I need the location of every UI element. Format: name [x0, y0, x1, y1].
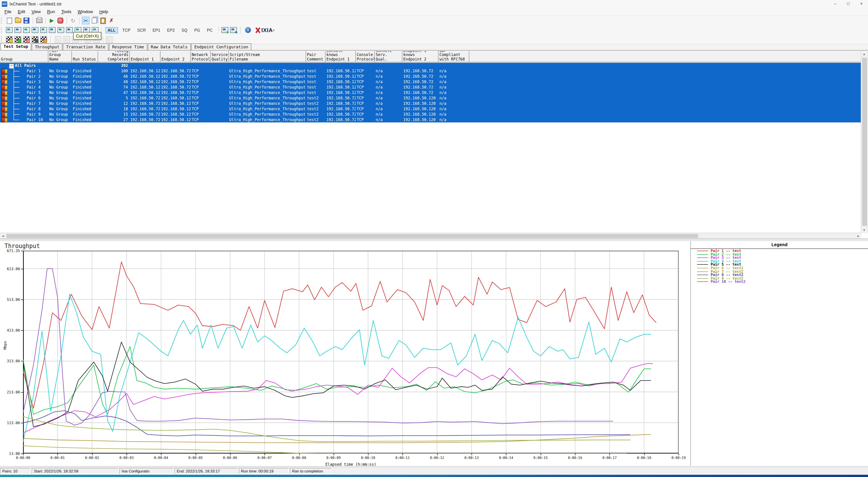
- tab-transaction-rate[interactable]: Transaction Rate: [63, 43, 108, 50]
- new-test-icon[interactable]: [6, 17, 13, 24]
- column-header-6[interactable]: Network Protocol: [191, 51, 211, 62]
- script-editor-icon[interactable]: [66, 27, 73, 33]
- filter-button-all[interactable]: ALL: [105, 27, 118, 33]
- column-header-11[interactable]: Console Protocol: [356, 51, 375, 62]
- table-row[interactable]: Pair 9No GroupFinished15192.168.50.72192…: [0, 111, 861, 117]
- vertical-scroll-thumb[interactable]: [862, 58, 867, 226]
- scroll-right-icon[interactable]: ►: [857, 234, 860, 238]
- export-icon[interactable]: [230, 27, 237, 33]
- cut-icon[interactable]: ✂: [82, 17, 89, 24]
- menu-item-edit[interactable]: Edit: [15, 8, 29, 15]
- column-header-0[interactable]: Group: [0, 51, 49, 62]
- minimize-icon[interactable]: –: [829, 0, 842, 8]
- cell-ep2: 192.168.50.120: [161, 111, 191, 117]
- add-pair-icon[interactable]: [6, 27, 13, 33]
- stop-test-icon[interactable]: [57, 17, 64, 24]
- column-header-10[interactable]: Console knows Endpoint 1: [326, 51, 356, 62]
- collapse-icon[interactable]: −: [9, 64, 14, 69]
- scroll-up-icon[interactable]: ▲: [863, 53, 866, 56]
- tab-endpoint-configuration[interactable]: Endpoint Configuration: [191, 43, 251, 50]
- table-row[interactable]: Pair 7No GroupFinished12192.168.50.72192…: [0, 101, 861, 106]
- flag-results-icon-4[interactable]: [32, 36, 38, 43]
- column-header-12[interactable]: Console Serv. Qual.: [375, 51, 402, 62]
- column-header-1[interactable]: Pair Group Name: [49, 51, 72, 62]
- table-row[interactable]: Pair 2No GroupFinished46192.168.50.12019…: [0, 74, 861, 79]
- flag-results-icon-2[interactable]: [14, 36, 21, 43]
- table-horizontal-scrollbar[interactable]: ◄ ►: [0, 233, 861, 239]
- flag-results-icon-1[interactable]: [6, 36, 13, 43]
- menu-item-help[interactable]: Help: [96, 8, 111, 15]
- table-row[interactable]: Pair 4No GroupFinished74192.168.50.12019…: [0, 84, 861, 90]
- duplicate-pair-icon[interactable]: [32, 27, 38, 33]
- about-icon[interactable]: i: [245, 27, 251, 33]
- filter-button-scr[interactable]: SCR: [135, 27, 148, 33]
- cell-comment: test: [307, 84, 326, 90]
- table-row[interactable]: Pair 3No GroupFinished48192.168.50.12019…: [0, 79, 861, 84]
- legend-item[interactable]: Pair 10 -- test2: [691, 280, 868, 284]
- copy-icon[interactable]: [91, 17, 98, 24]
- menu-item-file[interactable]: File: [1, 8, 15, 15]
- table-row[interactable]: Pair 6No GroupFinished5192.168.50.72192.…: [0, 95, 861, 101]
- group-row[interactable]: −All Pairs392: [0, 63, 861, 68]
- cell-ep1: 192.168.50.72: [130, 111, 160, 117]
- flag-results-icon-3[interactable]: [23, 36, 30, 43]
- delete-icon[interactable]: ✗: [108, 17, 115, 24]
- filter-button-tcp[interactable]: TCP: [120, 27, 133, 33]
- column-header-3[interactable]: Timing Records Completed: [98, 51, 130, 62]
- save-test-icon[interactable]: [23, 17, 30, 24]
- table-row[interactable]: Pair 10No GroupFinished27192.168.50.7219…: [0, 117, 861, 123]
- filter-button-sq[interactable]: SQ: [179, 27, 190, 33]
- paste-icon[interactable]: [99, 17, 106, 24]
- legend-swatch: [697, 254, 708, 254]
- run-test-icon[interactable]: ▶: [49, 17, 55, 24]
- filter-button-pc[interactable]: PC: [205, 27, 215, 33]
- menu-item-window[interactable]: Window: [74, 8, 96, 15]
- multicast-pair-icon[interactable]: [49, 27, 56, 33]
- flag-results-icon-5[interactable]: [40, 36, 47, 43]
- video-pair-icon[interactable]: [40, 27, 47, 33]
- menu-item-run[interactable]: Run: [44, 8, 58, 15]
- table-row[interactable]: Pair 8No GroupFinished18192.168.50.72192…: [0, 106, 861, 111]
- column-header-15[interactable]: [469, 51, 861, 62]
- column-header-9[interactable]: Pair Comment: [306, 51, 326, 62]
- series-Pair-5----test: [23, 342, 651, 427]
- table-row[interactable]: Pair 5No GroupFinished47192.168.50.12019…: [0, 90, 861, 95]
- edit-script-icon[interactable]: [57, 27, 64, 33]
- table-vertical-scrollbar[interactable]: ▲ ▼: [861, 51, 868, 233]
- open-test-icon[interactable]: [14, 17, 21, 24]
- scroll-left-icon[interactable]: ◄: [1, 234, 4, 238]
- column-header-5[interactable]: Endpoint 2: [160, 51, 191, 62]
- add-pair-group-icon[interactable]: [14, 27, 21, 33]
- column-header-7[interactable]: Service Quality: [211, 51, 229, 62]
- column-header-14[interactable]: UDP Compliant with RFC768: [438, 51, 469, 62]
- filter-button-ep1[interactable]: EP1: [150, 27, 162, 33]
- pair-icon: [1, 85, 7, 90]
- table-row[interactable]: Pair 1No GroupFinished100192.168.50.1201…: [0, 68, 861, 74]
- tab-raw-data-totals[interactable]: Raw Data Totals: [148, 43, 191, 50]
- menu-item-view[interactable]: View: [28, 8, 44, 15]
- report-icon[interactable]: [221, 27, 228, 33]
- column-header-2[interactable]: Run Status: [72, 51, 98, 62]
- column-header-13[interactable]: Endpoint 1 knows Endpoint 2: [402, 51, 438, 62]
- filter-button-ep2[interactable]: EP2: [165, 27, 177, 33]
- cell-status: Finished: [73, 111, 98, 117]
- column-header-8[interactable]: Script/Stream Filename: [229, 51, 306, 62]
- print-icon[interactable]: [36, 17, 42, 24]
- menu-item-tools[interactable]: Tools: [58, 8, 74, 15]
- filter-button-pg[interactable]: PG: [192, 27, 202, 33]
- close-icon[interactable]: ×: [855, 0, 868, 8]
- tab-test-setup[interactable]: Test Setup: [0, 43, 31, 50]
- ixia-logo-text: IXIA: [261, 27, 273, 33]
- x-tick-mark: [575, 453, 576, 455]
- x-tick-label: 0:00:02: [82, 456, 102, 460]
- tab-throughput[interactable]: Throughput: [32, 43, 62, 50]
- tab-response-time[interactable]: Response Time: [109, 43, 147, 50]
- edit-pair-icon[interactable]: [23, 27, 30, 33]
- tree-branch: [13, 103, 20, 104]
- column-header-4[interactable]: Endpoint 1: [130, 51, 160, 62]
- horizontal-scroll-thumb[interactable]: [6, 234, 698, 238]
- reload-icon[interactable]: ↻: [70, 17, 76, 24]
- disabled-tool-icon-1: [55, 36, 61, 43]
- maximize-icon[interactable]: □: [842, 0, 855, 8]
- scroll-down-icon[interactable]: ▼: [863, 229, 866, 232]
